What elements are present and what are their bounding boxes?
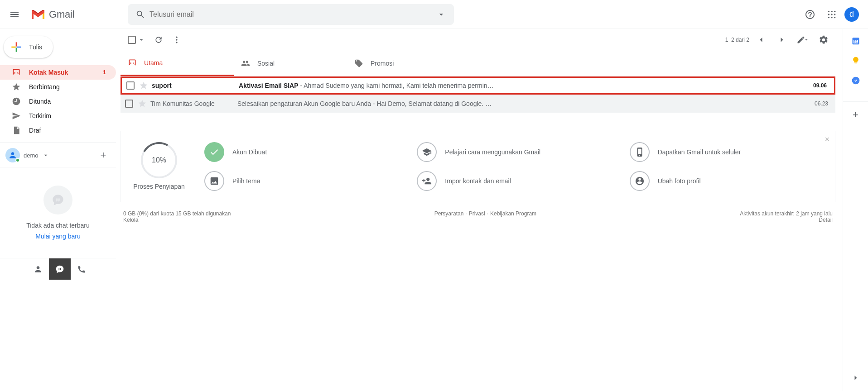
contacts-tab[interactable] xyxy=(27,258,49,280)
tasks-addon[interactable] xyxy=(851,76,860,85)
logo-area[interactable]: Gmail xyxy=(25,9,128,20)
compose-label: Tulis xyxy=(29,43,42,51)
inbox-icon xyxy=(12,68,21,77)
star-button[interactable] xyxy=(138,99,147,108)
setup-item-label: Impor kontak dan email xyxy=(445,177,511,185)
more-button[interactable] xyxy=(168,31,186,49)
hangouts-icon xyxy=(43,186,72,215)
sidebar-item-clock[interactable]: Ditunda xyxy=(0,94,116,109)
compose-button[interactable]: Tulis xyxy=(4,36,53,58)
activity-detail-link[interactable]: Detail xyxy=(819,217,833,223)
svg-point-10 xyxy=(176,39,177,40)
tab-tag[interactable]: Promosi xyxy=(347,51,460,76)
footer: 0 GB (0%) dari kuota 15 GB telah digunak… xyxy=(121,202,835,231)
account-icon xyxy=(630,171,650,191)
nav-label: Kotak Masuk xyxy=(29,69,95,76)
search-icon[interactable] xyxy=(131,5,149,24)
get-addons-button[interactable]: + xyxy=(843,101,868,121)
refresh-button[interactable] xyxy=(149,31,168,49)
draft-icon xyxy=(12,126,21,135)
star-button[interactable] xyxy=(139,81,148,90)
main-menu-button[interactable] xyxy=(4,4,25,25)
collapse-sidepanel-button[interactable] xyxy=(844,366,868,391)
svg-text:31: 31 xyxy=(854,39,857,43)
email-row[interactable]: suportAktivasi Email SIAP - Ahmad Sudemo… xyxy=(121,76,835,95)
prev-page-button[interactable] xyxy=(752,31,770,49)
manage-storage-link[interactable]: Kelola xyxy=(123,217,138,223)
keep-addon[interactable] xyxy=(851,56,860,65)
search-bar[interactable] xyxy=(128,4,454,25)
search-options-dropdown[interactable] xyxy=(432,5,450,24)
time: 09.06 xyxy=(802,82,829,89)
sender: suport xyxy=(148,82,239,89)
category-tabs: UtamaSosialPromosi xyxy=(121,51,835,76)
search-input[interactable] xyxy=(149,10,432,19)
activity-text: Aktivitas akun terakhir: 2 jam yang lalu xyxy=(740,210,833,217)
terms-link[interactable]: Persyaratan xyxy=(434,210,464,223)
row-checkbox[interactable] xyxy=(125,100,133,108)
select-dropdown-icon[interactable] xyxy=(138,36,145,43)
setup-item-label: Akun Dibuat xyxy=(232,148,267,156)
nav-label: Berbintang xyxy=(29,83,111,91)
start-chat-link[interactable]: Mulai yang baru xyxy=(35,233,81,240)
tab-inbox[interactable]: Utama xyxy=(121,51,234,76)
hangouts-tab[interactable] xyxy=(49,258,71,280)
tab-label: Promosi xyxy=(371,60,394,67)
toolbar: 1–2 dari 2 xyxy=(121,29,835,51)
chat-empty-text: Tidak ada chat terbaru xyxy=(26,222,90,229)
setup-item[interactable]: Akun Dibuat xyxy=(204,142,399,162)
new-chat-button[interactable]: + xyxy=(96,148,111,162)
chevron-down-icon[interactable] xyxy=(42,152,49,159)
sidebar-item-send[interactable]: Terkirim xyxy=(0,109,116,123)
svg-point-8 xyxy=(834,17,835,18)
sidebar: Tulis Kotak Masuk1BerbintangDitundaTerki… xyxy=(0,29,116,391)
brand-text: Gmail xyxy=(49,9,74,20)
close-setup-button[interactable]: × xyxy=(825,135,829,144)
apps-button[interactable] xyxy=(823,5,841,24)
sender: Tim Komunitas Google xyxy=(147,100,237,107)
program-policies-link[interactable]: Kebijakan Program xyxy=(490,210,536,223)
header: Gmail d xyxy=(0,0,868,29)
hangouts-name: demo xyxy=(24,152,39,159)
settings-button[interactable] xyxy=(815,31,833,49)
setup-item-label: Ubah foto profil xyxy=(658,177,701,185)
svg-point-9 xyxy=(176,37,177,38)
hangouts-header[interactable]: demo + xyxy=(0,146,116,164)
svg-point-6 xyxy=(828,17,829,18)
nav-label: Ditunda xyxy=(29,98,111,105)
tab-label: Utama xyxy=(144,59,163,67)
setup-item[interactable]: Dapatkan Gmail untuk seluler xyxy=(630,142,824,162)
sidebar-item-inbox[interactable]: Kotak Masuk1 xyxy=(0,65,116,80)
hangouts-avatar xyxy=(5,148,20,162)
storage-text: 0 GB (0%) dari kuota 15 GB telah digunak… xyxy=(123,210,231,217)
page-range: 1–2 dari 2 xyxy=(725,37,749,43)
setup-item[interactable]: Ubah foto profil xyxy=(630,171,824,191)
people-icon xyxy=(241,59,250,68)
setup-progress: 10% xyxy=(141,142,177,178)
setup-item-label: Dapatkan Gmail untuk seluler xyxy=(658,148,741,156)
svg-point-5 xyxy=(834,14,835,15)
gmail-logo-icon xyxy=(31,9,45,20)
sidebar-item-star[interactable]: Berbintang xyxy=(0,80,116,94)
privacy-link[interactable]: Privasi xyxy=(469,210,485,223)
image-icon xyxy=(204,171,224,191)
tab-label: Sosial xyxy=(257,60,275,67)
setup-item[interactable]: Impor kontak dan email xyxy=(417,171,611,191)
svg-point-7 xyxy=(831,17,832,18)
account-avatar[interactable]: d xyxy=(844,7,859,22)
calendar-addon[interactable]: 31 xyxy=(851,36,860,45)
tab-people[interactable]: Sosial xyxy=(234,51,347,76)
setup-panel: × 10% Proses Penyiapan Akun DibuatPelaja… xyxy=(121,131,835,202)
email-row[interactable]: Tim Komunitas GoogleSelesaikan pengatura… xyxy=(121,95,835,113)
support-button[interactable] xyxy=(801,5,819,24)
phone-tab[interactable] xyxy=(71,258,92,280)
input-tools-button[interactable] xyxy=(794,31,812,49)
setup-item[interactable]: Pilih tema xyxy=(204,171,399,191)
setup-item[interactable]: Pelajari cara menggunakan Gmail xyxy=(417,142,611,162)
sidebar-item-draft[interactable]: Draf xyxy=(0,123,116,138)
nav-list: Kotak Masuk1BerbintangDitundaTerkirimDra… xyxy=(0,65,116,138)
nav-label: Draf xyxy=(29,127,111,134)
next-page-button[interactable] xyxy=(773,31,791,49)
select-all-checkbox[interactable] xyxy=(128,36,136,44)
row-checkbox[interactable] xyxy=(126,81,135,90)
